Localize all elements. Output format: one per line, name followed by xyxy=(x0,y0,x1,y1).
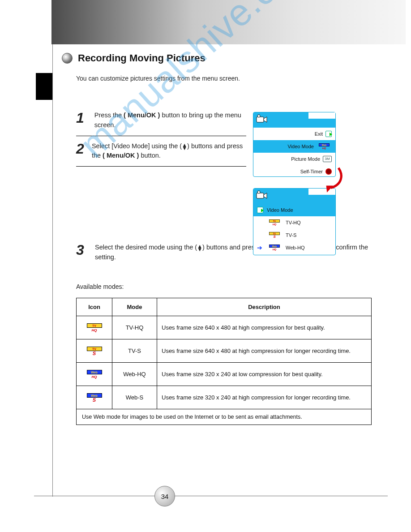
three-m-icon: 3M xyxy=(323,156,332,162)
menu-panel-video-mode: Video Mode TVHQ TV-HQ TVS TV-S ➔ WebHQ W… xyxy=(253,188,336,255)
submenu-item-tvhq: TVHQ TV-HQ xyxy=(253,216,335,229)
step-2: 2 Select [Video Mode] using the () butto… xyxy=(76,136,246,167)
menu-item-exit: Exit xyxy=(253,128,335,140)
webhq-icon: WebHQ xyxy=(269,245,280,251)
table-row: TVHQ TV-HQ Uses frame size 640 x 480 at … xyxy=(77,316,372,339)
mode-desc: Uses frame size 640 x 480 at high compre… xyxy=(157,339,372,363)
selection-arrow-icon: ➔ xyxy=(257,244,262,251)
t: Select [Video Mode] using the xyxy=(92,142,180,150)
tvs-icon: TVS xyxy=(87,347,102,356)
label: Video Mode xyxy=(287,144,314,149)
label: Web-HQ xyxy=(286,245,305,250)
intro-text: You can customize pictures settings from… xyxy=(76,74,345,83)
svg-point-2 xyxy=(257,115,260,117)
label: TV-HQ xyxy=(286,220,301,225)
header-gradient xyxy=(51,0,406,44)
table-header-row: Icon Mode Description xyxy=(77,298,372,316)
margin-rule xyxy=(52,44,53,497)
menu-item-picture-mode: Picture Mode 3M xyxy=(253,153,335,165)
bullet-icon xyxy=(62,53,73,64)
t: button. xyxy=(141,152,160,159)
table-row: WebS Web-S Uses frame size 320 x 240 at … xyxy=(77,386,372,409)
t: Press the xyxy=(94,112,124,119)
camera-icon xyxy=(256,190,268,201)
step-text: Select [Video Mode] using the () buttons… xyxy=(92,142,246,161)
step-number: 3 xyxy=(76,243,89,262)
mode-desc: Uses frame size 320 x 240 at low compres… xyxy=(157,363,372,386)
step-1: 1 Press the ( Menu/OK ) button to bring … xyxy=(76,105,246,136)
table-footnote-row: Use Web mode for images to be used on th… xyxy=(77,409,372,425)
up-down-icon xyxy=(197,245,202,251)
tvhq-icon: TVHQ xyxy=(87,323,102,332)
webhq-icon: WebHQ xyxy=(319,143,330,150)
label: Self-Timer xyxy=(300,169,323,174)
mode-desc: Uses frame size 320 x 240 at high compre… xyxy=(157,386,372,409)
exit-icon xyxy=(257,207,263,213)
svg-marker-5 xyxy=(264,193,267,198)
modes-table: Icon Mode Description TVHQ TV-HQ Uses fr… xyxy=(76,298,372,425)
tvhq-icon: TVHQ xyxy=(269,219,280,226)
t: Select the desired mode using the xyxy=(95,244,195,251)
tvs-icon: TVS xyxy=(269,232,280,238)
menu-ok-button-label: ( Menu/OK ) xyxy=(103,152,139,159)
col-mode: Mode xyxy=(112,298,157,316)
col-desc: Description xyxy=(157,298,372,316)
page-number: 34 xyxy=(154,486,175,506)
footnote: Use Web mode for images to be used on th… xyxy=(77,409,372,425)
step-text: Press the ( Menu/OK ) button to bring up… xyxy=(94,111,246,130)
svg-rect-4 xyxy=(257,193,264,198)
section-title: Recording Moving Pictures xyxy=(78,52,206,64)
mode-name: TV-HQ xyxy=(112,316,157,339)
table-row: WebHQ Web-HQ Uses frame size 320 x 240 a… xyxy=(77,363,372,386)
submenu-item-webhq: ➔ WebHQ Web-HQ xyxy=(253,241,335,254)
panel-tab xyxy=(253,112,335,128)
svg-point-6 xyxy=(257,191,260,193)
mode-desc: Uses frame size 640 x 480 at high compre… xyxy=(157,316,372,339)
label: TV-S xyxy=(286,232,296,238)
mode-name: Web-S xyxy=(112,386,157,409)
mode-name: TV-S xyxy=(112,339,157,363)
step-number: 1 xyxy=(76,111,88,130)
submenu-header: Video Mode xyxy=(253,204,335,216)
paren-close: ) xyxy=(187,142,189,150)
table-row: TVS TV-S Uses frame size 640 x 480 at hi… xyxy=(77,339,372,363)
col-icon: Icon xyxy=(77,298,112,316)
svg-marker-3 xyxy=(326,185,333,192)
camera-icon xyxy=(256,114,268,125)
submenu-item-tvs: TVS TV-S xyxy=(253,229,335,241)
svg-marker-1 xyxy=(264,117,267,122)
side-tab xyxy=(36,73,53,100)
label: Picture Mode xyxy=(291,156,320,162)
webs-icon: WebS xyxy=(87,393,102,402)
step-number: 2 xyxy=(76,142,86,161)
label: Exit xyxy=(315,131,323,137)
exit-icon xyxy=(325,131,332,137)
label: Video Mode xyxy=(267,207,293,213)
menu-item-video-mode: Video Mode WebHQ xyxy=(253,140,335,153)
up-down-icon xyxy=(182,144,187,150)
footer-rule xyxy=(34,496,388,496)
mode-name: Web-HQ xyxy=(112,363,157,386)
menu-panel-main: Exit Video Mode WebHQ Picture Mode 3M Se… xyxy=(253,112,336,177)
section-heading: Recording Moving Pictures xyxy=(62,52,206,64)
available-modes-label: Available modes: xyxy=(76,282,372,292)
paren-close: ) xyxy=(202,244,205,251)
arrow-down-icon xyxy=(322,168,344,195)
webhq-icon: WebHQ xyxy=(87,370,102,379)
svg-rect-0 xyxy=(257,117,264,122)
menu-ok-button-label: ( Menu/OK ) xyxy=(124,112,160,119)
